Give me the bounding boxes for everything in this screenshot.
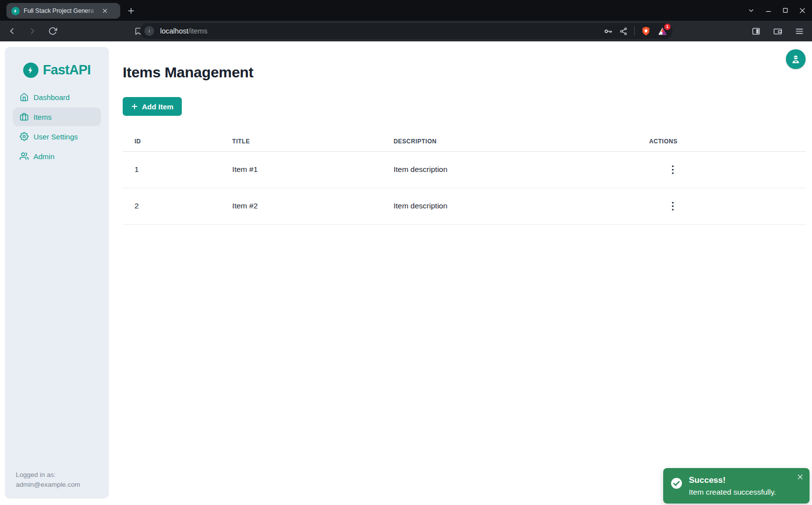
column-header-description: DESCRIPTION <box>382 132 638 151</box>
users-icon <box>20 152 29 161</box>
site-info-icon[interactable] <box>144 26 154 36</box>
tab-close-icon[interactable] <box>102 7 108 14</box>
add-item-button[interactable]: Add Item <box>123 97 182 116</box>
briefcase-icon <box>20 112 29 121</box>
column-header-title: TITLE <box>220 132 381 151</box>
window-maximize-icon[interactable] <box>782 7 789 14</box>
column-header-actions: ACTIONS <box>637 132 806 151</box>
row-actions-kebab-icon[interactable] <box>669 199 677 214</box>
tab-bar: Full Stack Project Genera <box>0 0 812 21</box>
window-controls <box>747 0 812 21</box>
page-title: Items Management <box>123 64 806 81</box>
address-bar[interactable]: localhost/items 1 <box>140 23 673 39</box>
reload-button[interactable] <box>46 25 59 37</box>
check-circle-icon <box>671 477 682 489</box>
sidebar-item-label: Dashboard <box>34 93 69 101</box>
table-row: 1 Item #1 Item description <box>123 151 806 188</box>
sidebar-footer: Logged in as: admin@example.com <box>16 470 80 490</box>
url-text: localhost/items <box>160 27 604 35</box>
page-content: FastAPI Dashboard Items <box>0 41 812 505</box>
cell-description: Item description <box>382 188 638 224</box>
column-header-id: ID <box>123 132 220 151</box>
cell-id: 1 <box>123 151 220 188</box>
user-avatar-icon <box>790 54 801 65</box>
user-email: admin@example.com <box>16 480 80 490</box>
menu-hamburger-icon[interactable] <box>793 25 806 38</box>
wallet-icon[interactable] <box>771 25 784 38</box>
window-close-icon[interactable] <box>799 7 806 14</box>
url-path: /items <box>188 27 207 35</box>
sidebar-item-label: Items <box>34 113 52 121</box>
url-host: localhost <box>160 27 188 35</box>
browser-toolbar: localhost/items 1 <box>0 21 812 41</box>
rewards-badge: 1 <box>664 24 671 30</box>
table-row: 2 Item #2 Item description <box>123 188 806 224</box>
add-item-label: Add Item <box>142 102 173 111</box>
toast-title: Success! <box>689 474 776 486</box>
tab-search-chevron-icon[interactable] <box>747 7 755 14</box>
back-button[interactable] <box>5 24 19 38</box>
brave-shield-icon[interactable] <box>641 26 651 36</box>
gear-icon <box>20 132 29 141</box>
sidebar-item-admin[interactable]: Admin <box>13 147 101 166</box>
tab-title: Full Stack Project Genera <box>24 7 99 14</box>
sidebar-item-dashboard[interactable]: Dashboard <box>13 88 101 106</box>
window-minimize-icon[interactable] <box>765 7 772 14</box>
brave-rewards-icon[interactable]: 1 <box>657 26 668 36</box>
items-table: ID TITLE DESCRIPTION ACTIONS 1 Item #1 I… <box>123 132 806 225</box>
plus-icon <box>131 103 138 110</box>
cell-title: Item #1 <box>220 151 381 188</box>
browser-tab[interactable]: Full Stack Project Genera <box>6 3 120 19</box>
sidebar-nav: Dashboard Items User Settings <box>5 88 109 166</box>
fastapi-bolt-icon <box>23 63 38 78</box>
password-key-icon[interactable] <box>604 27 613 36</box>
toolbar-divider <box>634 27 635 35</box>
fastapi-favicon-icon <box>11 7 20 15</box>
new-tab-button[interactable] <box>125 5 137 17</box>
sidebar: FastAPI Dashboard Items <box>5 47 109 499</box>
cell-title: Item #2 <box>220 188 381 224</box>
app-logo: FastAPI <box>5 63 109 78</box>
table-header-row: ID TITLE DESCRIPTION ACTIONS <box>123 132 806 151</box>
share-icon[interactable] <box>619 27 628 35</box>
home-icon <box>20 93 29 101</box>
success-toast: Success! Item created successfully. <box>663 468 810 504</box>
main-area: Items Management Add Item ID TITLE DESCR… <box>123 41 806 225</box>
logged-in-label: Logged in as: <box>16 470 80 480</box>
browser-window: Full Stack Project Genera <box>0 0 812 505</box>
cell-description: Item description <box>382 151 638 188</box>
toast-message: Item created successfully. <box>689 486 776 498</box>
user-menu-avatar[interactable] <box>786 49 806 69</box>
forward-button[interactable] <box>26 24 39 38</box>
sidebar-toggle-icon[interactable] <box>749 25 763 38</box>
sidebar-item-label: Admin <box>34 152 55 161</box>
sidebar-item-user-settings[interactable]: User Settings <box>13 127 101 146</box>
sidebar-item-items[interactable]: Items <box>13 107 101 126</box>
row-actions-kebab-icon[interactable] <box>669 162 677 177</box>
cell-id: 2 <box>123 188 220 224</box>
sidebar-item-label: User Settings <box>34 133 78 141</box>
app-logo-text: FastAPI <box>43 63 91 78</box>
toast-close-icon[interactable] <box>796 472 805 481</box>
